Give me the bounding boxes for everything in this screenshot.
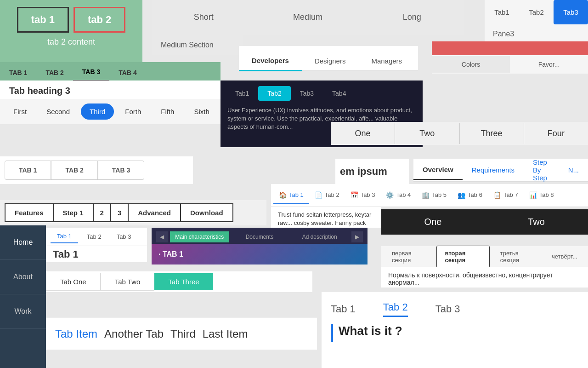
dark-tab1[interactable]: Tab1 <box>226 86 258 101</box>
icontab-7-label: Tab 7 <box>503 191 518 198</box>
icontab-1[interactable]: 🏠 Tab 1 <box>273 187 309 204</box>
icontab-3[interactable]: 📅 Tab 3 <box>345 187 381 204</box>
tab-three[interactable]: Three <box>460 123 524 144</box>
tab-developers[interactable]: Developers <box>239 51 302 71</box>
gear-icon: ⚙️ <box>386 191 394 199</box>
icontab-8[interactable]: 📊 Tab 8 <box>524 187 560 204</box>
tab-medium[interactable]: Medium <box>256 3 360 31</box>
tab-forth[interactable]: Forth <box>116 104 150 120</box>
tab-download[interactable]: Download <box>181 203 233 222</box>
icontab-2[interactable]: 📄 Tab 2 <box>309 187 345 204</box>
tab-3[interactable]: 3 <box>111 203 129 222</box>
panel-tab-items: Tab Item Another Tab Third Last Item <box>46 317 317 350</box>
list-icon: 📋 <box>493 191 501 199</box>
russ-tab-1[interactable]: первая секция <box>384 246 434 267</box>
tab-third-item[interactable]: Third <box>170 328 196 340</box>
tab-requirements[interactable]: Requirements <box>463 161 524 179</box>
dark-tab3[interactable]: Tab3 <box>291 86 323 101</box>
panel-tab-heading: Tab heading 3 <box>0 80 220 101</box>
tab-second[interactable]: Second <box>38 104 79 120</box>
tab-bar-item-1[interactable]: TAB 1 <box>0 64 36 81</box>
tab-item-blue[interactable]: Tab Item <box>55 328 97 340</box>
icontab-6[interactable]: 👥 Tab 6 <box>452 187 488 204</box>
dark-tab2[interactable]: Tab2 <box>258 86 290 101</box>
mainchar-tab-docs[interactable]: Documents <box>230 231 289 242</box>
br-tab-1[interactable]: Tab 1 <box>331 303 356 315</box>
tr-tab3[interactable]: Tab3 <box>554 0 588 24</box>
tab-sixth[interactable]: Sixth <box>185 104 218 120</box>
tab-n[interactable]: N... <box>559 161 588 179</box>
favorites-tab[interactable]: Favor... <box>510 56 588 73</box>
tab1-dot-label: · TAB 1 <box>158 250 183 259</box>
tab-first[interactable]: First <box>5 104 35 120</box>
tab-one[interactable]: One <box>331 123 395 144</box>
panel-tab-bar-numbered: TAB 1 TAB 2 TAB 3 TAB 4 <box>0 62 220 83</box>
tab-step1[interactable]: Step 1 <box>54 203 94 222</box>
tab-one-green[interactable]: Tab One <box>46 273 101 291</box>
tab-bar-item-3[interactable]: TAB 3 <box>73 63 109 81</box>
tab-features[interactable]: Features <box>5 203 54 222</box>
icontab-4[interactable]: ⚙️ Tab 4 <box>380 187 416 204</box>
mainchar-tab-ad[interactable]: Ad description <box>290 231 349 242</box>
russ-tab-2[interactable]: вторая секция <box>436 246 490 268</box>
panel-bottom-right: Tab 1 Tab 2 Tab 3 What is it ? <box>322 292 588 368</box>
russ-tab-4[interactable]: четвёрт... <box>543 249 586 264</box>
tab-four[interactable]: Four <box>524 123 588 144</box>
sidebar-item-about[interactable]: About <box>0 260 46 294</box>
tab-advanced[interactable]: Advanced <box>129 203 181 222</box>
icontab-2-label: Tab 2 <box>325 191 339 198</box>
mainchar-prev-btn[interactable]: ◀ <box>156 231 168 242</box>
br-tab-2[interactable]: Tab 2 <box>383 301 408 317</box>
small-tab-3[interactable]: Tab 3 <box>110 230 138 243</box>
tab-three-green[interactable]: Tab Three <box>154 273 213 290</box>
tab-another[interactable]: Another Tab <box>104 328 164 340</box>
tab2-red-border[interactable]: tab 2 <box>74 7 125 33</box>
doc-icon: 📄 <box>315 191 322 199</box>
panel-short-medium-long: Short Medium Long <box>152 0 464 34</box>
tab-overview[interactable]: Overview <box>413 160 463 180</box>
calendar-icon: 📅 <box>351 191 358 199</box>
tab-bar-item-2[interactable]: TAB 2 <box>36 64 73 81</box>
tab-two-green[interactable]: Tab Two <box>101 273 155 291</box>
tab-short[interactable]: Short <box>152 3 256 31</box>
sidebar-item-work[interactable]: Work <box>0 294 46 329</box>
accent-bar <box>331 324 333 342</box>
panel-features-steps: Features Step 1 2 3 Advanced Download <box>0 200 266 225</box>
dark-tab-two[interactable]: Two <box>485 210 588 234</box>
icontab-5[interactable]: 🏢 Tab 5 <box>416 187 452 204</box>
tab-last-item[interactable]: Last Item <box>203 328 248 340</box>
pane3-label: Pane3 <box>485 24 588 44</box>
small-tab-2[interactable]: Tab 2 <box>80 230 108 243</box>
mainchar-tab-main[interactable]: Main characteristics <box>170 231 229 242</box>
tr-tab1[interactable]: Tab1 <box>485 0 519 24</box>
sidebar-item-home[interactable]: Home <box>0 225 46 260</box>
icontab-1-label: Tab 1 <box>289 191 304 198</box>
russian-content: Нормаль к поверхности, общеизвестно, кон… <box>381 267 588 288</box>
tab-two[interactable]: Two <box>395 123 459 144</box>
tab-long[interactable]: Long <box>360 3 464 31</box>
tab1-bordered[interactable]: tab 1 <box>17 7 69 33</box>
tab1-heading: Tab 1 <box>53 248 79 260</box>
panel-tab123-small: Tab 1 Tab 2 Tab 3 <box>46 228 147 246</box>
outlined-tab-3[interactable]: TAB 3 <box>98 161 144 180</box>
colors-tab[interactable]: Colors <box>432 56 510 73</box>
tab-step-by-step[interactable]: Step By Step <box>524 153 559 187</box>
tab-bar-item-4[interactable]: TAB 4 <box>109 64 146 81</box>
br-tab-3[interactable]: Tab 3 <box>435 303 460 315</box>
russ-tab-3[interactable]: третья секция <box>492 246 541 267</box>
outlined-tab-2[interactable]: TAB 2 <box>51 161 97 180</box>
tr-tab2[interactable]: Tab2 <box>519 0 554 24</box>
icontab-7[interactable]: 📋 Tab 7 <box>488 187 524 204</box>
tab-2[interactable]: 2 <box>94 203 111 222</box>
tab-managers[interactable]: Managers <box>358 52 415 70</box>
outlined-tab-1[interactable]: TAB 1 <box>5 161 51 180</box>
tab-fifth[interactable]: Fifth <box>152 104 183 120</box>
mainchar-next-btn[interactable]: ▶ <box>351 231 363 242</box>
tab-third[interactable]: Third <box>81 104 114 120</box>
icontab-6-label: Tab 6 <box>468 191 482 198</box>
small-tab-1[interactable]: Tab 1 <box>51 230 78 243</box>
dark-tab-one[interactable]: One <box>381 210 485 234</box>
tab-designers[interactable]: Designers <box>302 52 359 70</box>
building-icon: 🏢 <box>422 191 430 199</box>
dark-tab4[interactable]: Tab4 <box>323 86 355 101</box>
